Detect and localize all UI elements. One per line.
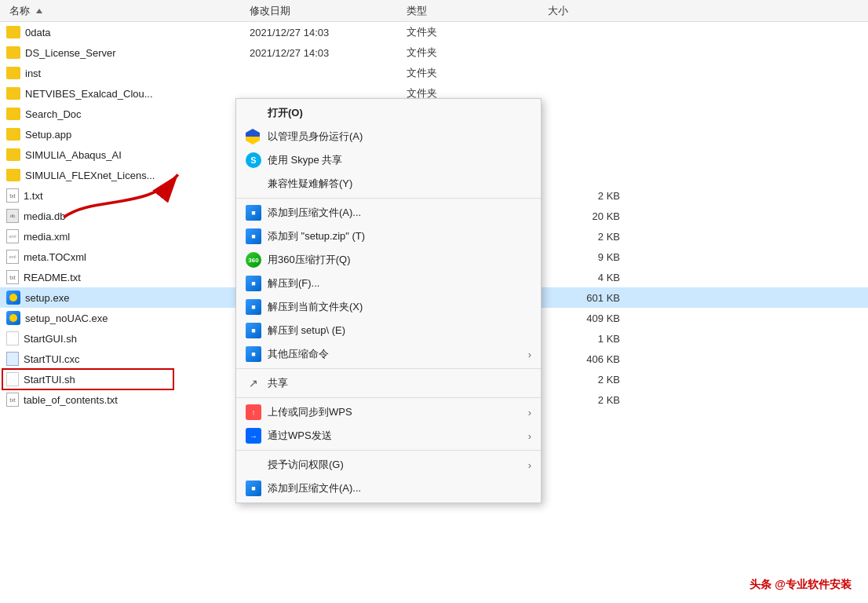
column-headers: 名称 修改日期 类型 大小	[0, 0, 868, 22]
ctx-submenu-arrow: ›	[528, 430, 531, 442]
ctx-item-wps-send[interactable]: → 通过WPS发送 ›	[236, 424, 541, 448]
file-size: 601 KB	[548, 292, 626, 304]
empty-icon	[246, 457, 261, 473]
file-size: 9 KB	[548, 251, 626, 263]
file-name: xml meta.TOCxml	[6, 250, 250, 264]
ctx-item-add-setup-zip[interactable]: ■ 添加到 "setup.zip" (T)	[236, 225, 541, 248]
file-size: 2 KB	[548, 231, 626, 243]
wps-up-icon: ↑	[246, 404, 261, 420]
ctx-submenu-arrow: ›	[528, 349, 531, 360]
file-explorer: 名称 修改日期 类型 大小 0data 2021/12/27 14:03 文件夹…	[0, 0, 868, 603]
txt-icon: txt	[6, 270, 19, 284]
exe-icon	[6, 311, 20, 325]
file-type: 文件夹	[407, 66, 548, 80]
file-date: 2021/12/27 14:03	[250, 27, 407, 38]
ctx-item-extract-setup[interactable]: ■ 解压到 setup\ (E)	[236, 319, 541, 342]
ctx-item-label: 打开(O)	[268, 106, 531, 120]
ctx-item-other-compress[interactable]: ■ 其他压缩命令 ›	[236, 342, 541, 366]
xml-icon: xml	[6, 229, 19, 243]
txt-icon: txt	[6, 188, 19, 203]
folder-icon	[6, 26, 20, 38]
file-row[interactable]: inst 文件夹	[0, 63, 868, 83]
col-header-date[interactable]: 修改日期	[250, 4, 407, 18]
ctx-item-compat[interactable]: 兼容性疑难解答(Y)	[236, 172, 541, 196]
file-name: NETVIBES_Exalcad_Clou...	[6, 87, 250, 100]
ctx-item-open-360[interactable]: 360 用360压缩打开(Q)	[236, 248, 541, 272]
ctx-item-run-as-admin[interactable]: 以管理员身份运行(A)	[236, 125, 541, 148]
file-name: SIMULIA_Abaqus_AI	[6, 148, 250, 161]
file-name: Setup.app	[6, 128, 250, 141]
sh-icon	[6, 331, 19, 345]
ctx-item-add-compress2[interactable]: ■ 添加到压缩文件(A)...	[236, 477, 541, 500]
folder-icon	[6, 128, 20, 141]
file-size: 2 KB	[548, 374, 626, 386]
col-header-name[interactable]: 名称	[6, 4, 250, 18]
file-size: 2 KB	[548, 190, 626, 202]
ctx-item-wps-upload[interactable]: ↑ 上传或同步到WPS ›	[236, 400, 541, 424]
ctx-separator	[236, 198, 541, 199]
file-row[interactable]: 0data 2021/12/27 14:03 文件夹	[0, 22, 868, 42]
ctx-item-label: 用360压缩打开(Q)	[268, 253, 531, 267]
file-name: setup.exe	[6, 291, 250, 305]
file-date: 2021/12/27 14:03	[250, 47, 407, 59]
file-name: StartTUI.cxc	[6, 352, 250, 366]
compress-icon: ■	[246, 228, 261, 244]
file-size: 409 KB	[548, 312, 626, 324]
ctx-item-label: 兼容性疑难解答(Y)	[268, 177, 531, 191]
ctx-item-share[interactable]: ↗ 共享	[236, 371, 541, 395]
file-size: 2 KB	[548, 394, 626, 406]
ctx-item-access[interactable]: 授予访问权限(G) ›	[236, 453, 541, 477]
file-size: 406 KB	[548, 353, 626, 365]
ctx-item-extract-to[interactable]: ■ 解压到(F)...	[236, 272, 541, 295]
compress-icon: ■	[246, 276, 261, 291]
ctx-item-open[interactable]: 打开(O)	[236, 101, 541, 125]
compress360-icon: 360	[246, 252, 261, 268]
folder-icon	[6, 87, 20, 100]
file-size: 4 KB	[548, 272, 626, 283]
file-name: setup_noUAC.exe	[6, 311, 250, 325]
cxc-icon	[6, 352, 19, 366]
sort-indicator	[36, 9, 42, 13]
skype-icon: S	[246, 152, 261, 168]
context-menu: 打开(O) 以管理员身份运行(A) S 使用 Skype 共享 兼容性疑难解答(…	[235, 98, 542, 503]
ctx-item-label: 通过WPS发送	[268, 429, 522, 443]
file-name: 0data	[6, 26, 250, 38]
compress-icon: ■	[246, 323, 261, 338]
ctx-separator	[236, 397, 541, 398]
ctx-item-label: 添加到 "setup.zip" (T)	[268, 229, 531, 243]
folder-icon	[6, 67, 20, 79]
db-icon: db	[6, 209, 19, 223]
file-type: 文件夹	[407, 46, 548, 60]
watermark: 头条 @专业软件安装	[745, 576, 856, 594]
file-size: 1 KB	[548, 333, 626, 345]
ctx-item-label: 解压到(F)...	[268, 276, 531, 291]
txt-icon: txt	[6, 393, 19, 407]
col-header-type[interactable]: 类型	[407, 4, 548, 18]
folder-icon	[6, 148, 20, 161]
folder-icon	[6, 108, 20, 120]
ctx-item-label: 使用 Skype 共享	[268, 153, 531, 167]
ctx-item-extract-here[interactable]: ■ 解压到当前文件夹(X)	[236, 295, 541, 319]
file-name: txt 1.txt	[6, 188, 250, 203]
ctx-separator	[236, 368, 541, 369]
compress-icon: ■	[246, 346, 261, 362]
ctx-item-label: 添加到压缩文件(A)...	[268, 481, 531, 495]
ctx-submenu-arrow: ›	[528, 407, 531, 418]
ctx-item-label: 解压到当前文件夹(X)	[268, 300, 531, 314]
ctx-item-add-compress[interactable]: ■ 添加到压缩文件(A)...	[236, 201, 541, 225]
ctx-item-label: 添加到压缩文件(A)...	[268, 206, 531, 220]
file-row[interactable]: DS_License_Server 2021/12/27 14:03 文件夹	[0, 42, 868, 63]
ctx-submenu-arrow: ›	[528, 459, 531, 471]
empty-icon	[246, 176, 261, 192]
ctx-item-label: 共享	[268, 376, 531, 390]
file-name: inst	[6, 67, 250, 79]
ctx-item-label: 授予访问权限(G)	[268, 458, 522, 472]
ctx-item-label: 其他压缩命令	[268, 347, 522, 361]
file-name: db media.db	[6, 209, 250, 223]
sh-icon	[6, 372, 19, 386]
wps-send-icon: →	[246, 428, 261, 444]
col-header-size[interactable]: 大小	[548, 4, 626, 18]
exe-icon	[6, 291, 20, 305]
ctx-item-skype-share[interactable]: S 使用 Skype 共享	[236, 148, 541, 172]
folder-icon	[6, 46, 20, 59]
